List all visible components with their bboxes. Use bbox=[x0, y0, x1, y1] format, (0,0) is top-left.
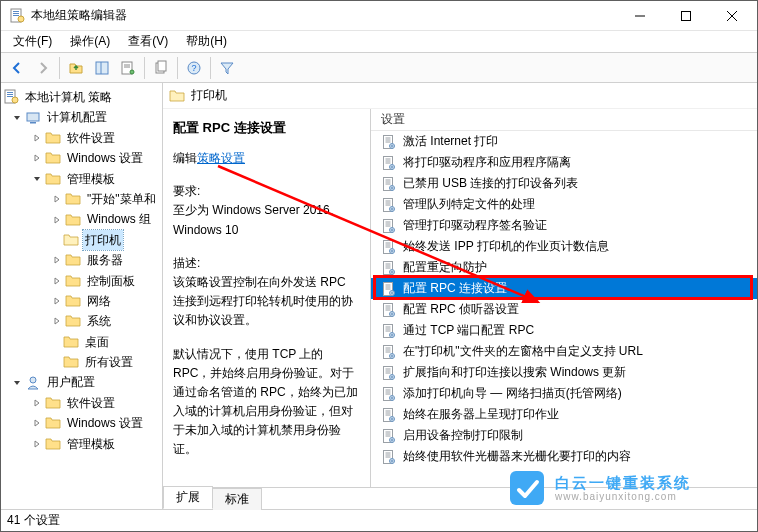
help-button[interactable]: ? bbox=[182, 56, 206, 80]
chevron-right-icon[interactable] bbox=[31, 132, 43, 144]
chevron-right-icon[interactable] bbox=[31, 417, 43, 429]
menu-help[interactable]: 帮助(H) bbox=[178, 31, 235, 52]
policy-icon bbox=[381, 302, 397, 318]
chevron-right-icon[interactable] bbox=[51, 254, 63, 266]
policy-icon bbox=[381, 344, 397, 360]
menu-file[interactable]: 文件(F) bbox=[5, 31, 60, 52]
folder-icon bbox=[45, 171, 61, 187]
policy-icon bbox=[381, 176, 397, 192]
refresh-button[interactable] bbox=[149, 56, 173, 80]
svg-rect-26 bbox=[158, 61, 166, 71]
up-button[interactable] bbox=[64, 56, 88, 80]
policy-icon bbox=[381, 134, 397, 150]
edit-prefix: 编辑 bbox=[173, 151, 197, 165]
chevron-right-icon[interactable] bbox=[51, 315, 63, 327]
back-button[interactable] bbox=[5, 56, 29, 80]
app-icon bbox=[9, 8, 25, 24]
desc-paragraph-1: 该策略设置控制在向外发送 RPC 连接到远程打印轮转机时使用的协议和协议设置。 bbox=[173, 273, 360, 331]
toolbar: ? bbox=[1, 53, 757, 83]
require-label: 要求: bbox=[173, 182, 360, 201]
titlebar: 本地组策略编辑器 bbox=[1, 1, 757, 31]
policy-list-item-label: 始终在服务器上呈现打印作业 bbox=[403, 406, 559, 423]
policy-list-item[interactable]: 配置 RPC 侦听器设置 bbox=[371, 299, 757, 320]
folder-icon bbox=[169, 88, 185, 104]
policy-list-item[interactable]: 添加打印机向导 — 网络扫描页(托管网络) bbox=[371, 383, 757, 404]
folder-icon bbox=[45, 436, 61, 452]
policy-list-item[interactable]: 在"打印机"文件夹的左窗格中自定义支持 URL bbox=[371, 341, 757, 362]
filter-button[interactable] bbox=[215, 56, 239, 80]
policy-list-item[interactable]: 激活 Internet 打印 bbox=[371, 131, 757, 152]
list-column-header[interactable]: 设置 bbox=[371, 109, 757, 131]
policy-list-item[interactable]: 扩展指向和打印连接以搜索 Windows 更新 bbox=[371, 362, 757, 383]
policy-list-item[interactable]: 管理打印驱动程序签名验证 bbox=[371, 215, 757, 236]
policy-list-item[interactable]: 通过 TCP 端口配置 RPC bbox=[371, 320, 757, 341]
policy-list-item[interactable]: 始终使用软件光栅器来光栅化要打印的内容 bbox=[371, 446, 757, 467]
policy-list-item-label: 管理打印驱动程序签名验证 bbox=[403, 217, 547, 234]
policy-list-pane: 设置 激活 Internet 打印将打印驱动程序和应用程序隔离已禁用 USB 连… bbox=[371, 109, 757, 487]
policy-icon bbox=[381, 407, 397, 423]
chevron-right-icon[interactable] bbox=[31, 152, 43, 164]
navigation-tree[interactable]: 本地计算机 策略 计算机配置 软件设置 Windows 设置 bbox=[1, 83, 163, 509]
tree-computer-config[interactable]: 计算机配置 bbox=[3, 107, 160, 127]
desc-label: 描述: bbox=[173, 254, 360, 273]
chevron-right-icon[interactable] bbox=[51, 193, 63, 205]
chevron-right-icon[interactable] bbox=[51, 275, 63, 287]
menu-view[interactable]: 查看(V) bbox=[120, 31, 176, 52]
content-title: 打印机 bbox=[191, 87, 227, 104]
folder-icon bbox=[63, 354, 79, 370]
policy-list-item-label: 配置重定向防护 bbox=[403, 259, 487, 276]
tree-servers[interactable]: 服务器 bbox=[3, 250, 160, 270]
chevron-down-icon[interactable] bbox=[31, 173, 43, 185]
window-title: 本地组策略编辑器 bbox=[31, 7, 617, 24]
tab-standard[interactable]: 标准 bbox=[212, 488, 262, 510]
tree-windows-components[interactable]: Windows 组 bbox=[3, 209, 160, 229]
policy-list-item[interactable]: 管理队列特定文件的处理 bbox=[371, 194, 757, 215]
policy-list-item[interactable]: 配置 RPC 连接设置 bbox=[371, 278, 757, 299]
tree-printers[interactable]: 打印机 bbox=[3, 230, 160, 250]
policy-list-item[interactable]: 始终发送 IPP 打印机的作业页计数信息 bbox=[371, 236, 757, 257]
tree-control-panel[interactable]: 控制面板 bbox=[3, 271, 160, 291]
policy-icon bbox=[381, 428, 397, 444]
svg-point-24 bbox=[130, 70, 134, 74]
policy-list-item-label: 激活 Internet 打印 bbox=[403, 133, 498, 150]
policy-icon bbox=[381, 239, 397, 255]
policy-list-item-label: 管理队列特定文件的处理 bbox=[403, 196, 535, 213]
policy-icon bbox=[381, 218, 397, 234]
policy-list-item-label: 已禁用 USB 连接的打印设备列表 bbox=[403, 175, 578, 192]
policy-list-item-label: 配置 RPC 侦听器设置 bbox=[403, 301, 519, 318]
policy-icon bbox=[381, 260, 397, 276]
policy-list-item[interactable]: 将打印驱动程序和应用程序隔离 bbox=[371, 152, 757, 173]
menubar: 文件(F) 操作(A) 查看(V) 帮助(H) bbox=[1, 31, 757, 53]
content-header: 打印机 bbox=[163, 83, 757, 109]
policy-list-item-label: 启用设备控制打印限制 bbox=[403, 427, 523, 444]
policy-name: 配置 RPC 连接设置 bbox=[173, 119, 360, 137]
policy-list-item-label: 配置 RPC 连接设置 bbox=[403, 280, 507, 297]
tree-user-config[interactable]: 用户配置 bbox=[3, 372, 160, 392]
close-button[interactable] bbox=[709, 1, 755, 30]
policy-list-item[interactable]: 始终在服务器上呈现打印作业 bbox=[371, 404, 757, 425]
chevron-down-icon[interactable] bbox=[11, 112, 23, 124]
maximize-button[interactable] bbox=[663, 1, 709, 30]
policy-list-item[interactable]: 已禁用 USB 连接的打印设备列表 bbox=[371, 173, 757, 194]
chevron-right-icon[interactable] bbox=[51, 214, 63, 226]
svg-rect-19 bbox=[96, 62, 108, 74]
view-tabs: 扩展 标准 bbox=[163, 487, 757, 509]
chevron-right-icon[interactable] bbox=[31, 397, 43, 409]
properties-button[interactable] bbox=[116, 56, 140, 80]
minimize-button[interactable] bbox=[617, 1, 663, 30]
policy-list-item[interactable]: 启用设备控制打印限制 bbox=[371, 425, 757, 446]
chevron-right-icon[interactable] bbox=[51, 295, 63, 307]
tab-extended[interactable]: 扩展 bbox=[163, 486, 213, 509]
policy-list-item[interactable]: 配置重定向防护 bbox=[371, 257, 757, 278]
policy-icon bbox=[381, 365, 397, 381]
chevron-down-icon[interactable] bbox=[11, 377, 23, 389]
show-hide-tree-button[interactable] bbox=[90, 56, 114, 80]
policy-list-item-label: 在"打印机"文件夹的左窗格中自定义支持 URL bbox=[403, 343, 643, 360]
svg-rect-16 bbox=[682, 11, 691, 20]
svg-text:?: ? bbox=[191, 63, 196, 73]
menu-action[interactable]: 操作(A) bbox=[62, 31, 118, 52]
policy-list[interactable]: 激活 Internet 打印将打印驱动程序和应用程序隔离已禁用 USB 连接的打… bbox=[371, 131, 757, 487]
edit-policy-link[interactable]: 策略设置 bbox=[197, 151, 245, 165]
chevron-right-icon[interactable] bbox=[31, 438, 43, 450]
forward-button bbox=[31, 56, 55, 80]
